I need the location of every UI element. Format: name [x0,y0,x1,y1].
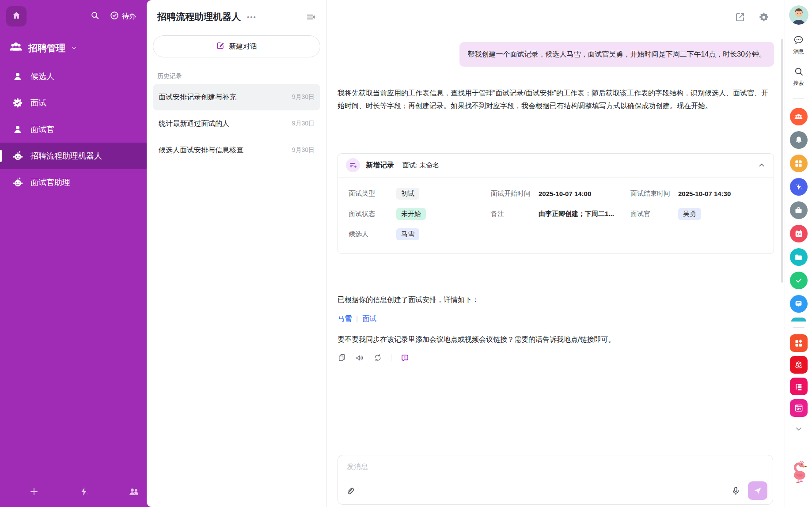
person-icon [11,123,24,136]
sidebar-search-button[interactable] [90,11,100,22]
rail-chevron-down-icon[interactable] [794,424,803,433]
todo-button[interactable]: 待办 [110,11,136,22]
message-input[interactable] [338,455,773,480]
send-button[interactable] [748,481,767,500]
candidate-link[interactable]: 马雪 [338,314,352,324]
app-structure-icon[interactable] [790,378,808,395]
message-thread: 帮我创建一个面试记录，候选人马雪，面试官吴勇，开始时间是下周二下午14点，时长3… [338,0,774,363]
app-window: 待办 招聘管理 候选人 面试 面试官 招聘流程助理机器人 [0,0,812,507]
more-options-icon[interactable]: ••• [247,13,257,21]
field-value: 由李正卿创建；下周二1... [539,210,614,218]
right-app-rail: 消息 搜索 14 [785,0,812,507]
flamingo-mascot[interactable] [789,457,809,486]
field-interviewer: 面试官 吴勇 [630,206,763,223]
copy-icon[interactable] [338,353,346,362]
read-aloud-icon[interactable] [355,353,364,363]
app-notifications-icon[interactable] [790,131,808,149]
calendar-day-number: 14 [797,232,801,236]
automation-lightning-icon[interactable] [77,485,91,498]
home-button[interactable] [6,6,27,26]
new-chat-button[interactable]: 新建对话 [153,35,320,57]
rail-search[interactable]: 搜索 [793,66,804,87]
field-end-time: 面试结束时间 2025-10-07 14:30 [630,185,763,202]
history-item[interactable]: 统计最新通过面试的人 9月30日 [153,110,320,137]
app-access-key-icon[interactable] [790,399,808,417]
history-item[interactable]: 面试安排记录创建与补充 9月30日 [153,84,320,110]
sidebar-item-interviews[interactable]: 面试 [0,90,147,116]
collapse-panel-icon[interactable] [306,12,316,22]
interview-link[interactable]: 面试 [362,314,376,324]
app-components-icon[interactable] [790,334,808,352]
tag-candidate[interactable]: 马雪 [396,228,419,240]
robot-icon [11,150,24,162]
workspace-icon [9,40,23,56]
sidebar-item-candidates[interactable]: 候选人 [0,63,147,90]
rail-divider [793,98,804,99]
app-contacts-icon[interactable] [790,108,808,125]
card-subtitle: 面试: 未命名 [402,161,439,170]
robot-icon [11,176,24,189]
field-value: 2025-10-07 14:30 [678,190,731,197]
workspace-switcher[interactable]: 招聘管理 [0,26,147,59]
assistant-message-followup: 要不要我同步在该记录里添加会议地点或视频会议链接？需要的话告诉我地点/链接即可。 [338,335,774,344]
regenerate-icon[interactable] [373,353,382,362]
app-briefcase-icon[interactable] [790,201,808,219]
rail-messages[interactable]: 消息 [793,34,804,56]
sidebar-item-label: 招聘流程助理机器人 [30,151,102,161]
app-calendar-icon[interactable]: 14 [790,225,808,242]
app-folder-icon[interactable] [790,248,808,266]
add-icon[interactable] [27,485,41,498]
chat-scrollbar[interactable] [781,39,783,283]
search-icon [90,11,100,22]
badge-check-icon [11,97,24,109]
add-record-icon [346,158,360,172]
app-grid-icon[interactable] [790,155,808,172]
user-message-bubble: 帮我创建一个面试记录，候选人马雪，面试官吴勇，开始时间是下周二下午14点，时长3… [459,42,774,67]
new-chat-label: 新建对话 [229,42,257,51]
rail-search-label: 搜索 [793,79,804,87]
open-in-new-icon[interactable] [734,11,746,23]
field-remark: 备注 由李正卿创建；下周二1... [491,206,630,223]
history-item-title: 统计最新通过面试的人 [159,119,229,129]
app-approval-icon[interactable] [790,272,808,289]
field-label: 面试官 [630,210,678,218]
record-card: 新增记录 面试: 未命名 面试类型 初试 面试开始时间 2025-10-07 1… [338,153,774,254]
chat-area: 帮我创建一个面试记录，候选人马雪，面试官吴勇，开始时间是下周二下午14点，时长3… [327,0,785,507]
app-3d-model-icon[interactable] [790,356,808,374]
tag-interviewer[interactable]: 吴勇 [678,208,701,220]
sidebar-item-interviewers[interactable]: 面试官 [0,116,147,143]
card-action-label: 新增记录 [366,161,394,170]
members-icon[interactable] [127,485,140,498]
microphone-icon[interactable] [731,486,741,496]
assistant-message-intro: 我将先获取当前应用的工作表信息，查找用于管理“面试记录/面试安排”的工作表；随后… [338,87,774,113]
tag-status[interactable]: 未开始 [396,208,426,220]
sidebar: 待办 招聘管理 候选人 面试 面试官 招聘流程助理机器人 [0,0,147,507]
feedback-icon[interactable] [400,353,410,363]
sidebar-item-label: 面试 [30,98,46,108]
record-links: 马雪 | 面试 [338,314,774,324]
user-avatar[interactable] [789,5,808,25]
app-comments-icon[interactable] [790,295,808,313]
tag-interview-type[interactable]: 初试 [396,188,419,200]
history-item-date: 9月30日 [292,146,315,154]
field-status: 面试状态 未开始 [349,206,491,223]
history-item[interactable]: 候选人面试安排与信息核查 9月30日 [153,137,320,163]
sidebar-item-recruit-bot[interactable]: 招聘流程助理机器人 [0,143,147,169]
chevron-up-icon[interactable] [758,161,766,169]
history-item-date: 9月30日 [292,120,315,128]
sidebar-item-interviewer-assistant[interactable]: 面试官助理 [0,169,147,196]
link-separator: | [356,315,358,323]
chevron-down-icon [71,43,77,53]
todo-label: 待办 [122,12,136,21]
field-start-time: 面试开始时间 2025-10-07 14:00 [491,185,630,202]
settings-gear-icon[interactable] [758,11,770,23]
attachment-paperclip-icon[interactable] [345,485,356,496]
field-label: 候选人 [349,230,396,238]
app-automation-icon[interactable] [790,178,808,196]
main-area: 招聘流程助理机器人 ••• 新建对话 历史记录 面试安排记录创建与补充 9月30… [147,0,812,507]
partially-hidden-app-icon[interactable] [791,318,806,322]
field-label: 面试结束时间 [630,189,678,198]
composer [338,455,773,505]
field-label: 面试状态 [349,210,396,218]
field-value: 2025-10-07 14:00 [539,190,591,197]
